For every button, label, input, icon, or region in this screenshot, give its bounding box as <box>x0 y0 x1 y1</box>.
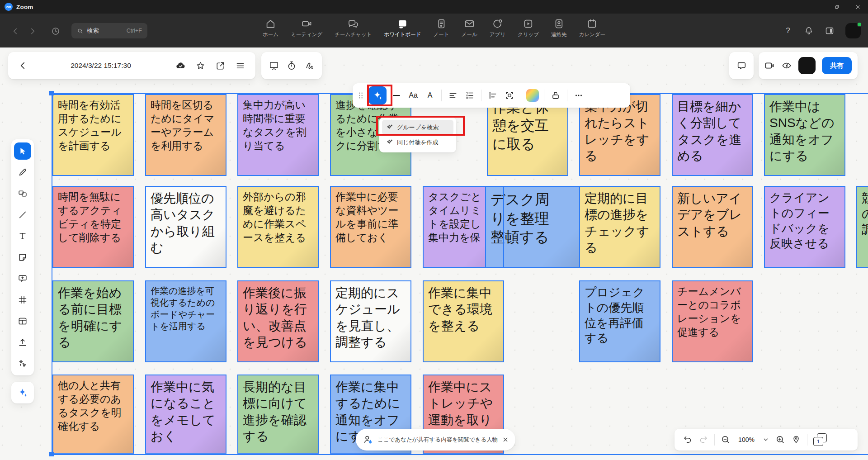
minimap-icon[interactable] <box>791 435 801 445</box>
sticky-note[interactable]: 作業後に振 り返りを行 い、改善点 を見つける <box>237 280 319 362</box>
shapes-tool[interactable] <box>14 185 31 202</box>
menu-item-create-same-note[interactable]: 同じ付箋を作成 <box>382 135 453 150</box>
menu-icon[interactable] <box>235 61 245 71</box>
user-avatar[interactable] <box>845 23 861 38</box>
follow-view-icon[interactable] <box>781 60 792 71</box>
nav-item-meetings[interactable]: ミーティング <box>291 18 322 38</box>
frame-tool[interactable] <box>14 291 31 308</box>
pages-button[interactable]: 1 <box>813 433 827 446</box>
nav-back-icon[interactable] <box>11 27 20 36</box>
selection-handle-topleft[interactable] <box>49 91 54 95</box>
laser-scribble-icon[interactable] <box>304 60 315 71</box>
sticky-note[interactable]: 新しいアイ デアをブレ ストする <box>672 186 753 268</box>
search-icon <box>77 28 84 34</box>
nav-item-calendar[interactable]: カレンダー <box>579 18 606 38</box>
history-icon[interactable] <box>51 26 61 36</box>
text-tool[interactable] <box>14 228 31 245</box>
zoom-in-icon[interactable] <box>775 435 785 445</box>
nav-item-apps[interactable]: アプリ <box>490 18 505 38</box>
magic-tool[interactable] <box>14 355 31 372</box>
sticky-tool[interactable] <box>14 249 31 266</box>
sticky-note[interactable]: 時間を無駄に するアクティ ビティを特定 して削除する <box>52 186 134 268</box>
template-tool[interactable] <box>14 313 31 330</box>
sticky-note[interactable]: 作業中に気 になること をメモして おく <box>145 375 226 454</box>
nav-item-mail[interactable]: メール <box>462 18 477 38</box>
close-window-button[interactable] <box>847 0 868 14</box>
redo-icon[interactable] <box>698 435 708 445</box>
sticky-note[interactable]: 作業を始め る前に目標 を明確にす る <box>52 280 134 362</box>
frame-selection-icon[interactable] <box>503 89 516 102</box>
sticky-note[interactable]: デスク周 りを整理 整頓する <box>485 186 587 268</box>
align-objects-icon[interactable] <box>486 89 500 102</box>
timer-icon[interactable] <box>286 60 297 71</box>
sticky-note[interactable]: 時間を区切る ためにタイマ ーやアラーム を利用する <box>145 94 226 176</box>
text-style-button[interactable]: A <box>423 89 437 102</box>
pen-tool[interactable] <box>14 164 31 181</box>
collaborator-avatar[interactable] <box>798 57 816 74</box>
sticky-note[interactable]: 作業中は SNSなどの 通知をオフ にする <box>764 94 845 176</box>
sticky-note[interactable]: 競 の 調 <box>856 186 868 268</box>
search-input[interactable]: 検索 Ctrl+F <box>71 23 147 38</box>
back-button-icon[interactable] <box>18 61 28 71</box>
select-tool[interactable] <box>14 142 31 160</box>
nav-item-home[interactable]: ホーム <box>263 18 278 38</box>
rainbow-swatch-icon <box>526 89 539 102</box>
ai-assistant-icon[interactable] <box>17 387 28 398</box>
sticky-note[interactable]: 時間を有効活 用するために スケジュール を計画する <box>52 94 134 176</box>
comments-icon[interactable] <box>736 61 747 71</box>
share-button[interactable]: 共有 <box>822 57 852 74</box>
nav-item-whiteboard[interactable]: ホワイトボード <box>384 18 421 38</box>
selection-handle-bottomleft[interactable] <box>49 452 54 456</box>
sticky-note[interactable]: クライアン トのフィー ドバックを 反映させる <box>764 186 845 268</box>
sticky-note[interactable]: 定期的に目 標の進捗を チェックす る <box>579 186 660 268</box>
more-options-icon[interactable] <box>572 89 585 102</box>
line-tool[interactable] <box>14 206 31 223</box>
list-format-icon[interactable] <box>463 89 476 102</box>
restore-button[interactable] <box>826 0 847 14</box>
nav-item-label: アプリ <box>490 31 505 38</box>
drag-handle-icon[interactable] <box>356 89 365 102</box>
sticky-note[interactable]: 目標を細か く分割して タスクを進 める <box>672 94 753 176</box>
lock-icon[interactable] <box>549 89 562 102</box>
help-button[interactable]: ? <box>783 26 793 35</box>
sticky-note[interactable]: 集中力が高い 時間帯に重要 なタスクを割 り当てる <box>237 94 319 176</box>
video-icon[interactable] <box>764 60 775 71</box>
sticky-note[interactable]: 作業中に必要 な資料やツー ルを事前に準 備しておく <box>330 186 411 268</box>
font-size-button[interactable]: Aa <box>406 89 420 102</box>
undo-icon[interactable] <box>683 435 693 445</box>
sticky-note[interactable]: 作業に集中 できる環境 を整える <box>423 280 504 362</box>
sticky-note[interactable]: チームメンバ ーとのコラボ レーションを 促進する <box>672 280 753 362</box>
nav-item-notes[interactable]: ノート <box>434 18 449 38</box>
sticky-note[interactable]: 外部からの邪 魔を避けるた めに作業スペ ースを整える <box>237 186 319 268</box>
whiteboard-title[interactable]: 2024/3/22 15:17:30 <box>28 62 167 70</box>
zoom-dropdown-chevron-icon[interactable] <box>762 436 769 443</box>
minimize-button[interactable] <box>806 0 826 14</box>
nav-item-clips[interactable]: クリップ <box>518 18 539 38</box>
zoom-level-value[interactable]: 100% <box>736 436 756 443</box>
nav-item-label: ノート <box>434 31 449 38</box>
present-icon[interactable] <box>269 60 279 71</box>
shapes-icon <box>18 189 28 199</box>
comment-plus-tool[interactable] <box>14 270 31 287</box>
notifications-bell-icon[interactable] <box>804 26 814 36</box>
dismiss-notification-icon[interactable] <box>502 436 509 443</box>
upload-tool[interactable] <box>14 334 31 351</box>
zoom-out-icon[interactable] <box>721 435 731 445</box>
line-icon <box>18 210 28 220</box>
sticky-note[interactable]: 優先順位の 高いタスク から取り組 む <box>145 186 226 268</box>
sticky-note[interactable]: 他の人と共有 する必要のあ るタスクを明 確化する <box>52 375 134 454</box>
nav-item-contacts[interactable]: 連絡先 <box>551 18 567 38</box>
main-navbar: 検索 Ctrl+F ホームミーティングチームチャットホワイトボードノートメールア… <box>0 14 868 47</box>
nav-item-team-chat[interactable]: チームチャット <box>335 18 372 38</box>
color-picker-button[interactable] <box>526 89 539 102</box>
sticky-note[interactable]: 定期的にス ケジュール を見直し、 調整する <box>330 280 411 362</box>
nav-forward-icon[interactable] <box>28 27 37 36</box>
text-align-icon[interactable] <box>446 89 460 102</box>
sticky-note[interactable]: 長期的な目 標に向けて 進捗を確認 する <box>237 375 319 454</box>
star-favorite-icon[interactable] <box>195 61 206 71</box>
sticky-note[interactable]: プロジェク トの優先順 位を再評価 する <box>579 280 660 362</box>
side-panel-icon[interactable] <box>825 26 835 36</box>
cloud-saved-icon[interactable] <box>175 61 186 71</box>
sticky-note[interactable]: 作業の進捗を可 視化するための ボードやチャー トを活用する <box>145 280 226 362</box>
export-icon[interactable] <box>215 61 226 71</box>
